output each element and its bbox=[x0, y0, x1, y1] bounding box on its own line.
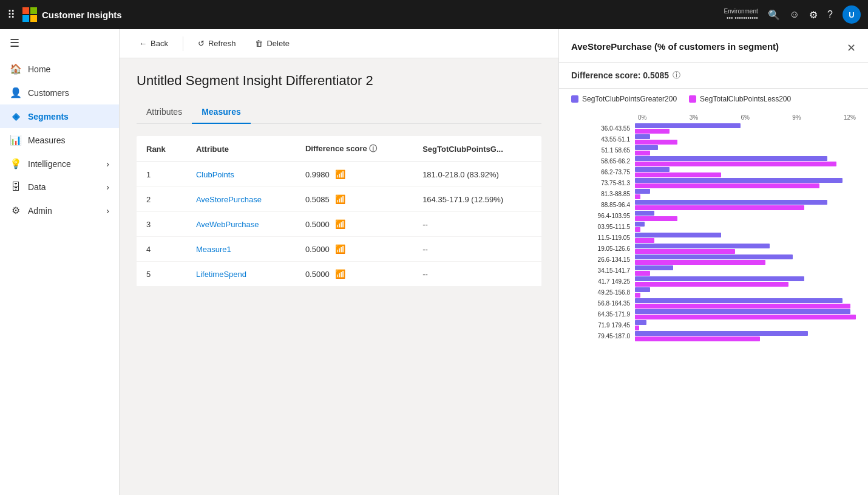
back-button[interactable]: ← Back bbox=[132, 35, 175, 52]
sidebar-item-intelligence[interactable]: 💡 Intelligence › bbox=[0, 152, 119, 176]
top-nav: ⠿ Customer Insights Environment ••• ••••… bbox=[0, 0, 868, 29]
settings-icon[interactable]: ⚙ bbox=[809, 9, 818, 21]
delete-icon: 🗑 bbox=[255, 39, 263, 48]
delete-button[interactable]: 🗑 Delete bbox=[248, 35, 297, 52]
bar-purple bbox=[635, 123, 741, 128]
bar-purple bbox=[635, 276, 804, 281]
bar-row: 19.05-126.6 bbox=[571, 244, 856, 254]
bars-container: 36.0-43.5543.55-51.151.1 58.6558.65-66.2… bbox=[571, 123, 856, 341]
table-row[interactable]: 2 AveStorePurchase 0.5085 📶 164.35-171.9… bbox=[137, 187, 541, 212]
bar-label: 41.7 149.25 bbox=[571, 278, 635, 285]
sidebar-toggle[interactable]: ☰ bbox=[0, 29, 119, 57]
legend-item-2: SegTotalClubPointsLess200 bbox=[689, 95, 791, 103]
table-row[interactable]: 1 ClubPoints 0.9980 📶 181.0-218.0 (83.92… bbox=[137, 162, 541, 187]
table-row[interactable]: 3 AveWebPurchase 0.5000 📶 -- bbox=[137, 212, 541, 237]
bar-magenta bbox=[635, 183, 819, 188]
apps-icon[interactable]: ⠿ bbox=[7, 8, 15, 21]
admin-icon: ⚙ bbox=[10, 205, 22, 216]
bar-group bbox=[635, 320, 856, 330]
cell-score: 0.5000 📶 bbox=[296, 212, 413, 237]
cell-rank: 2 bbox=[137, 187, 186, 212]
cell-attribute[interactable]: AveWebPurchase bbox=[186, 212, 296, 237]
cell-score: 0.5000 📶 bbox=[296, 262, 413, 287]
diff-score-info-icon[interactable]: ⓘ bbox=[369, 144, 377, 153]
cell-seg1: 181.0-218.0 (83.92%) bbox=[413, 162, 541, 187]
bar-label: 34.15-141.7 bbox=[571, 267, 635, 274]
bar-label: 19.05-126.6 bbox=[571, 245, 635, 252]
bar-magenta bbox=[635, 151, 650, 155]
bar-label: 51.1 58.65 bbox=[571, 147, 635, 154]
panel-close-button[interactable]: ✕ bbox=[847, 41, 856, 55]
svg-rect-1 bbox=[30, 7, 37, 14]
legend-item-1: SegTotClubPointsGreater200 bbox=[571, 95, 677, 103]
bar-magenta bbox=[635, 172, 721, 177]
table-row[interactable]: 5 LifetimeSpend 0.5000 📶 -- bbox=[137, 262, 541, 287]
bar-group bbox=[635, 145, 856, 155]
bar-row: 96.4-103.95 bbox=[571, 211, 856, 221]
cell-attribute[interactable]: LifetimeSpend bbox=[186, 262, 296, 287]
cell-attribute[interactable]: Measure1 bbox=[186, 237, 296, 262]
x-tick-3: 3% bbox=[690, 114, 698, 121]
bar-group bbox=[635, 265, 856, 276]
page-content: Untitled Segment Insight Differentiator … bbox=[120, 58, 558, 495]
smiley-icon[interactable]: ☺ bbox=[790, 9, 799, 20]
table-row[interactable]: 4 Measure1 0.5000 📶 -- bbox=[137, 237, 541, 262]
bar-label: 26.6-134.15 bbox=[571, 256, 635, 263]
bar-magenta bbox=[635, 304, 850, 309]
bar-purple bbox=[635, 200, 827, 205]
bar-magenta bbox=[635, 227, 640, 232]
sidebar-item-admin[interactable]: ⚙ Admin › bbox=[0, 199, 119, 222]
bar-label: 88.85-96.4 bbox=[571, 202, 635, 208]
bar-chart: 0% 3% 6% 9% 12% 36.0-43.5543.55-51.151.1… bbox=[571, 114, 856, 341]
bar-magenta bbox=[635, 249, 735, 254]
chart-bar-icon[interactable]: 📶 bbox=[335, 269, 345, 279]
x-tick-12: 12% bbox=[844, 114, 856, 121]
sidebar-item-customers[interactable]: 👤 Customers bbox=[0, 81, 119, 104]
measures-table: Rank Attribute Difference score ⓘ SegTot… bbox=[137, 136, 541, 287]
cell-rank: 5 bbox=[137, 262, 186, 287]
sidebar-item-admin-label: Admin bbox=[28, 206, 52, 216]
panel-info-icon[interactable]: ⓘ bbox=[673, 70, 680, 81]
bar-label: 11.5-119.05 bbox=[571, 234, 635, 241]
sidebar-item-segments-label: Segments bbox=[28, 112, 69, 121]
cell-seg1: -- bbox=[413, 262, 541, 287]
home-icon: 🏠 bbox=[10, 63, 22, 75]
sidebar-item-measures[interactable]: 📊 Measures bbox=[0, 128, 119, 152]
refresh-label: Refresh bbox=[208, 39, 236, 48]
chart-bar-icon[interactable]: 📶 bbox=[335, 169, 345, 179]
bar-group bbox=[635, 233, 856, 243]
sidebar-item-intelligence-label: Intelligence bbox=[28, 159, 71, 169]
bar-purple bbox=[635, 320, 646, 325]
tab-measures[interactable]: Measures bbox=[192, 101, 251, 124]
microsoft-logo: Customer Insights bbox=[22, 7, 122, 22]
chart-bar-icon[interactable]: 📶 bbox=[335, 194, 345, 204]
right-panel: AveStorePurchase (% of customers in segm… bbox=[558, 29, 868, 495]
bar-label: 49.25-156.8 bbox=[571, 289, 635, 296]
cell-attribute[interactable]: AveStorePurchase bbox=[186, 187, 296, 212]
toolbar-divider bbox=[183, 36, 183, 51]
chart-bar-icon[interactable]: 📶 bbox=[335, 219, 345, 229]
refresh-button[interactable]: ↺ Refresh bbox=[191, 35, 243, 52]
ms-logo-svg bbox=[22, 7, 37, 22]
bar-row: 03.95-111.5 bbox=[571, 222, 856, 232]
bar-magenta bbox=[635, 326, 639, 330]
bar-label: 66.2-73.75 bbox=[571, 169, 635, 176]
x-axis: 0% 3% 6% 9% 12% bbox=[571, 114, 856, 121]
avatar[interactable]: U bbox=[843, 5, 861, 24]
search-icon[interactable]: 🔍 bbox=[768, 9, 780, 21]
sidebar-item-data[interactable]: 🗄 Data › bbox=[0, 176, 119, 199]
cell-attribute[interactable]: ClubPoints bbox=[186, 162, 296, 187]
data-chevron-icon: › bbox=[106, 182, 109, 192]
tab-attributes[interactable]: Attributes bbox=[137, 101, 192, 124]
sidebar-item-home[interactable]: 🏠 Home bbox=[0, 57, 119, 81]
intelligence-chevron-icon: › bbox=[106, 159, 109, 169]
bar-purple bbox=[635, 167, 670, 172]
sidebar-item-segments[interactable]: ◈ Segments bbox=[0, 104, 119, 128]
panel-title: AveStorePurchase (% of customers in segm… bbox=[571, 41, 779, 52]
x-tick-6: 6% bbox=[741, 114, 749, 121]
diff-score-value: Difference score: 0.5085 bbox=[571, 70, 669, 80]
cell-seg1: -- bbox=[413, 237, 541, 262]
bar-purple bbox=[635, 265, 673, 270]
chart-bar-icon[interactable]: 📶 bbox=[335, 244, 345, 254]
help-icon[interactable]: ? bbox=[827, 9, 833, 20]
